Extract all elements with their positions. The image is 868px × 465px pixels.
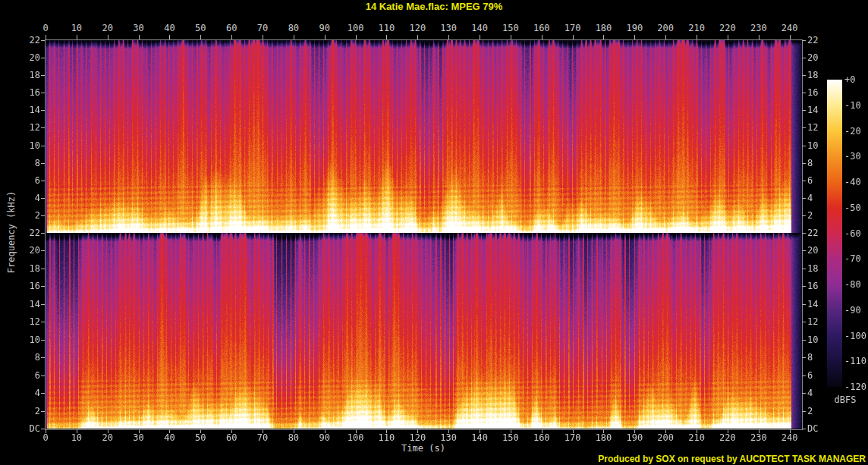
freq-tick-label: 12 (807, 123, 818, 132)
colorbar (827, 80, 842, 387)
colorbar-tick-label: -10 (844, 101, 861, 110)
freq-tick (41, 269, 45, 269)
time-tick-label: 110 (379, 433, 395, 442)
freq-tick-label: 20 (807, 246, 818, 255)
freq-tick (802, 93, 806, 93)
time-tick (790, 35, 791, 39)
colorbar-tick-label: -30 (844, 152, 861, 161)
time-tick (542, 429, 542, 433)
time-tick-label: 0 (42, 433, 48, 442)
freq-tick (41, 233, 45, 234)
time-tick (542, 35, 542, 39)
time-tick (603, 35, 604, 39)
freq-tick (802, 215, 806, 216)
time-tick-label: 210 (688, 433, 705, 442)
freq-tick (41, 393, 45, 394)
freq-tick-label: 16 (30, 88, 40, 97)
time-tick-label: 90 (319, 433, 330, 442)
freq-tick (41, 304, 45, 305)
time-tick (697, 429, 697, 433)
freq-tick-label: 22 (807, 228, 818, 237)
time-tick (231, 35, 232, 39)
time-tick (480, 35, 480, 39)
credits-footer: Produced by SOX on request by AUCDTECT T… (598, 454, 866, 464)
freq-tick-label: 12 (30, 317, 40, 326)
time-tick (77, 35, 77, 39)
time-tick-label: 140 (471, 433, 488, 442)
freq-tick-label: 20 (30, 246, 40, 255)
time-tick-label: 120 (409, 433, 426, 442)
time-tick-label: 170 (565, 24, 581, 33)
freq-tick-label: 2 (807, 211, 813, 220)
freq-tick-label: 4 (807, 193, 813, 203)
freq-tick (41, 127, 45, 128)
freq-tick-label: 12 (807, 317, 818, 326)
freq-tick (802, 340, 806, 341)
time-tick (417, 35, 418, 39)
freq-tick (802, 127, 806, 128)
time-tick-label: 180 (596, 24, 612, 33)
time-tick-label: 30 (133, 433, 143, 442)
time-tick-label: 30 (133, 24, 143, 33)
time-tick (169, 35, 170, 39)
time-tick-label: 20 (102, 24, 112, 33)
freq-tick (41, 198, 45, 199)
time-tick (511, 35, 511, 39)
colorbar-tick-label: -60 (844, 229, 861, 238)
time-tick (200, 429, 201, 433)
freq-tick (41, 58, 45, 58)
colorbar-tick-label: +0 (844, 75, 855, 84)
freq-tick-label: 10 (30, 335, 40, 344)
freq-tick (802, 146, 806, 146)
time-tick-label: 20 (102, 433, 112, 442)
time-tick-label: 60 (226, 433, 237, 442)
time-tick (263, 35, 263, 39)
freq-tick-label: 8 (35, 353, 40, 362)
freq-tick-label: 16 (807, 281, 818, 291)
time-tick-label: 0 (42, 24, 48, 33)
time-tick-label: 100 (348, 24, 364, 33)
time-tick (697, 35, 697, 39)
freq-tick (41, 40, 45, 41)
freq-tick-label: 8 (807, 159, 813, 168)
time-tick (603, 429, 604, 433)
time-tick (728, 429, 728, 433)
freq-tick (802, 304, 806, 305)
freq-tick-label: 4 (35, 388, 40, 397)
freq-tick (41, 163, 45, 164)
freq-tick (41, 340, 45, 341)
time-tick-label: 240 (782, 24, 798, 33)
time-tick-label: 190 (627, 24, 643, 33)
spectrogram-channel-1 (46, 40, 802, 233)
freq-tick-label: 6 (35, 176, 40, 185)
colorbar-tick-label: -50 (844, 203, 861, 212)
freq-tick (41, 93, 45, 93)
time-tick-label: 240 (782, 433, 798, 442)
freq-tick (41, 286, 45, 287)
colorbar-tick-label: -110 (844, 357, 866, 366)
time-tick (294, 35, 294, 39)
freq-tick (41, 215, 45, 216)
sox-spectrogram-window: 14 Katie Mae.flac: MPEG 79% 010203040506… (0, 0, 868, 465)
time-tick-label: 40 (164, 433, 175, 442)
time-tick (231, 429, 232, 433)
time-tick (790, 429, 791, 433)
freq-tick (802, 110, 806, 111)
freq-tick (802, 429, 806, 429)
freq-tick-label: 18 (807, 264, 818, 273)
freq-tick-label: 22 (30, 36, 40, 45)
time-tick-label: 180 (596, 433, 612, 442)
freq-tick-label: 10 (807, 335, 818, 344)
colorbar-unit-label: dBFS (835, 394, 857, 405)
freq-tick-label: 14 (30, 300, 40, 309)
freq-tick (41, 357, 45, 358)
time-tick-label: 10 (71, 433, 82, 442)
time-tick (417, 429, 418, 433)
freq-tick (802, 40, 806, 41)
time-tick (386, 35, 387, 39)
freq-tick (802, 181, 806, 181)
time-tick (108, 429, 108, 433)
time-tick-label: 210 (688, 24, 705, 33)
freq-tick-label: 16 (30, 281, 40, 291)
colorbar-tick-label: -120 (844, 382, 866, 391)
